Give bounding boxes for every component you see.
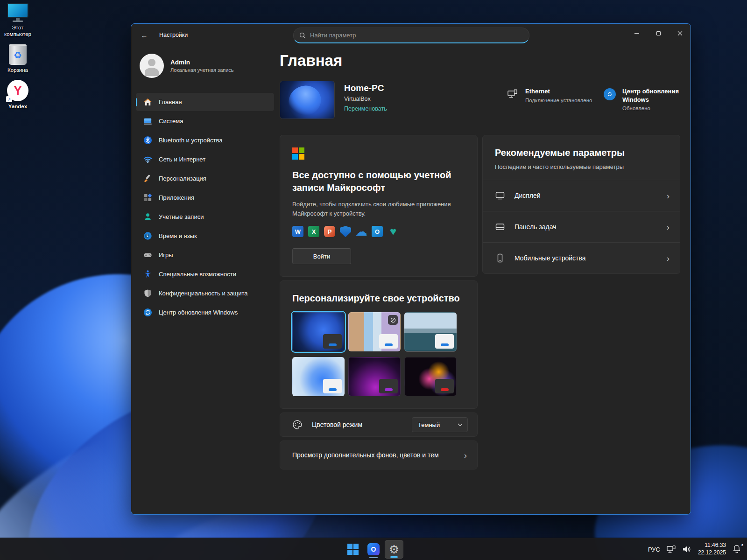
chevron-down-icon xyxy=(458,423,463,427)
microsoft-logo-icon xyxy=(292,147,465,160)
ethernet-icon xyxy=(506,87,520,101)
shortcut-arrow-icon: ↗ xyxy=(6,96,12,102)
device-name: Home-PC xyxy=(344,83,387,93)
excel-icon: X xyxy=(308,226,319,237)
taskbar-outlook-button[interactable]: O xyxy=(364,540,383,559)
recommended-subtitle: Последние и часто используемые параметры xyxy=(495,163,668,170)
desktop-screen: Этот компьютер ♻ Корзина Y ↗ Yandex ← На… xyxy=(0,0,747,560)
sidebar-item-accessibility[interactable]: Специальные возможности xyxy=(136,265,274,283)
volume-tray-icon[interactable] xyxy=(682,545,692,553)
titlebar: ← Настройки xyxy=(131,24,691,46)
theme-tile-purple-glow[interactable] xyxy=(348,357,401,396)
ms-card-heading: Все доступно с помощью учетной записи Ма… xyxy=(292,169,465,194)
sidebar-item-bluetooth[interactable]: Bluetooth и устройства xyxy=(136,131,274,149)
sidebar-item-apps[interactable]: Приложения xyxy=(136,189,274,207)
theme-tiles xyxy=(292,312,465,396)
shield-icon xyxy=(143,289,152,298)
recommended-row-display[interactable]: Дисплей › xyxy=(483,180,680,211)
phone-icon xyxy=(495,253,505,263)
taskbar-settings-button[interactable]: ⚙ xyxy=(385,540,403,559)
theme-preview-window xyxy=(435,379,454,393)
theme-preview-window xyxy=(323,334,342,349)
sidebar-item-privacy[interactable]: Конфиденциальность и защита xyxy=(136,284,274,302)
clock[interactable]: 11:46:33 22.12.2025 xyxy=(698,542,726,556)
settings-search[interactable] xyxy=(293,28,529,43)
close-button[interactable] xyxy=(669,24,691,42)
user-account-block[interactable]: Admin Локальная учетная запись xyxy=(136,49,274,86)
sidebar-item-gaming[interactable]: Игры xyxy=(136,246,274,264)
search-icon xyxy=(299,32,306,39)
active-indicator xyxy=(390,556,398,558)
desktop-icon-label: Yandex xyxy=(8,103,27,110)
browse-themes-row[interactable]: Просмотр дополнительных фонов, цветов и … xyxy=(280,441,478,469)
language-indicator[interactable]: РУС xyxy=(648,546,660,553)
desktop-icon-label: Корзина xyxy=(7,67,28,73)
maximize-button[interactable] xyxy=(648,24,669,42)
back-button[interactable]: ← xyxy=(137,28,152,42)
chevron-right-icon: › xyxy=(667,223,669,231)
sidebar-item-home[interactable]: Главная xyxy=(136,93,274,111)
ethernet-status-block[interactable]: Ethernet Подключение установлено xyxy=(506,87,592,103)
defender-icon xyxy=(340,226,351,237)
desktop-icon-yandex[interactable]: Y ↗ Yandex xyxy=(0,80,35,110)
recommended-row-taskbar[interactable]: Панель задач › xyxy=(483,211,680,242)
ms-app-icons: W X P ☁ O ♥ xyxy=(292,226,465,237)
chevron-right-icon: › xyxy=(667,191,669,200)
start-button[interactable] xyxy=(344,540,362,559)
theme-tile-light-bloom[interactable] xyxy=(292,357,345,396)
sidebar-item-system[interactable]: Система xyxy=(136,112,274,130)
page-title: Главная xyxy=(280,52,680,70)
desktop-icons: Этот компьютер ♻ Корзина Y ↗ Yandex xyxy=(0,3,35,117)
device-header: Home-PC VirtualBox Переименовать Etherne… xyxy=(280,81,680,120)
theme-tile-dark-flower[interactable] xyxy=(404,357,457,396)
outlook-icon: O xyxy=(372,226,383,237)
windows-logo-icon xyxy=(347,544,359,555)
search-input[interactable] xyxy=(310,32,523,39)
sidebar-item-time-language[interactable]: Время и язык xyxy=(136,227,274,245)
sidebar-item-network[interactable]: Сеть и Интернет xyxy=(136,150,274,168)
sidebar-item-accounts[interactable]: Учетные записи xyxy=(136,208,274,226)
rename-link[interactable]: Переименовать xyxy=(344,105,387,112)
recycle-bin-icon: ♻ xyxy=(9,44,27,65)
notification-bell-icon[interactable]: z xyxy=(732,544,742,554)
recommended-row-mobile-devices[interactable]: Мобильные устройства › xyxy=(483,242,680,273)
gear-icon: ⚙ xyxy=(389,544,399,555)
avatar xyxy=(140,54,164,78)
windows-update-status-block[interactable]: Центр обновления Windows Обновлено xyxy=(603,87,680,111)
sidebar-item-personalization[interactable]: Персонализация xyxy=(136,169,274,188)
theme-preview-window xyxy=(435,334,454,349)
ethernet-status: Подключение установлено xyxy=(525,98,592,103)
color-mode-dropdown[interactable]: Темный xyxy=(412,417,468,432)
theme-preview-window xyxy=(379,379,398,393)
tray-date: 22.12.2025 xyxy=(698,549,726,557)
personalize-card: Персонализируйте свое устройство xyxy=(280,280,478,409)
theme-preview-window xyxy=(323,379,342,393)
color-mode-label: Цветовой режим xyxy=(312,421,362,428)
main-content: Главная Home-PC VirtualBox Переименовать… xyxy=(280,46,680,469)
desktop-icon-this-pc[interactable]: Этот компьютер xyxy=(0,3,35,38)
running-indicator xyxy=(369,557,378,558)
device-wallpaper-thumbnail xyxy=(280,81,335,119)
taskbar-icon xyxy=(495,222,505,232)
sign-in-button[interactable]: Войти xyxy=(292,248,351,264)
paintbrush-icon xyxy=(143,174,152,183)
theme-tile-mountain-light[interactable] xyxy=(404,312,457,351)
sidebar-item-windows-update[interactable]: Центр обновления Windows xyxy=(136,303,274,322)
palette-icon xyxy=(292,420,303,430)
minimize-button[interactable] xyxy=(626,24,648,42)
computer-icon xyxy=(7,3,28,22)
display-icon xyxy=(495,190,505,201)
person-icon xyxy=(143,212,152,222)
network-tray-icon[interactable] xyxy=(666,545,676,554)
theme-tile-dark-bloom[interactable] xyxy=(292,312,345,351)
close-icon xyxy=(677,31,683,36)
update-icon xyxy=(143,308,152,317)
user-name: Admin xyxy=(170,59,234,66)
theme-tile-spotlight-collage[interactable] xyxy=(348,312,401,351)
windows-update-icon xyxy=(603,87,617,101)
gamepad-icon xyxy=(143,251,152,260)
desktop-icon-recycle-bin[interactable]: ♻ Корзина xyxy=(0,44,35,73)
sidebar: Admin Локальная учетная запись Главная С… xyxy=(136,49,274,322)
ethernet-title: Ethernet xyxy=(525,87,592,96)
clock-globe-icon xyxy=(143,231,152,241)
